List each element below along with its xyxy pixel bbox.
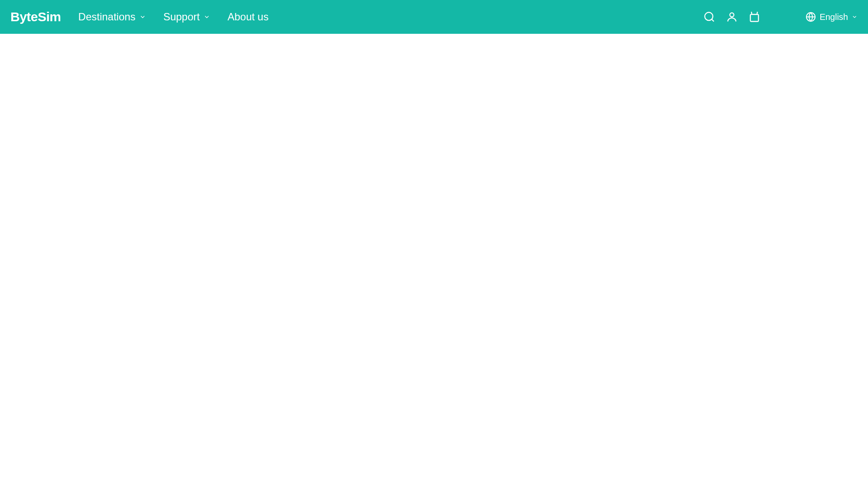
site-header: ByteSim Destinations Support About us En…: [0, 0, 868, 34]
language-selector[interactable]: English: [806, 12, 858, 22]
account-icon[interactable]: [726, 11, 738, 23]
svg-point-2: [730, 13, 734, 17]
nav-destinations[interactable]: Destinations: [78, 11, 146, 23]
nav-support[interactable]: Support: [163, 11, 210, 23]
nav-destinations-label: Destinations: [78, 11, 136, 23]
chevron-down-icon: [203, 13, 210, 20]
search-icon[interactable]: [703, 11, 715, 23]
language-label: English: [819, 12, 848, 22]
nav-support-label: Support: [163, 11, 200, 23]
chevron-down-icon: [852, 14, 858, 20]
globe-icon: [806, 12, 816, 22]
main-nav: Destinations Support About us: [78, 11, 269, 23]
cart-icon[interactable]: [748, 11, 760, 23]
brand-logo[interactable]: ByteSim: [10, 10, 61, 24]
svg-point-0: [705, 13, 713, 21]
chevron-down-icon: [139, 13, 146, 20]
nav-about[interactable]: About us: [228, 11, 269, 23]
svg-line-1: [712, 19, 714, 21]
svg-rect-3: [751, 14, 759, 21]
header-actions: English: [703, 11, 858, 23]
nav-about-label: About us: [228, 11, 269, 23]
